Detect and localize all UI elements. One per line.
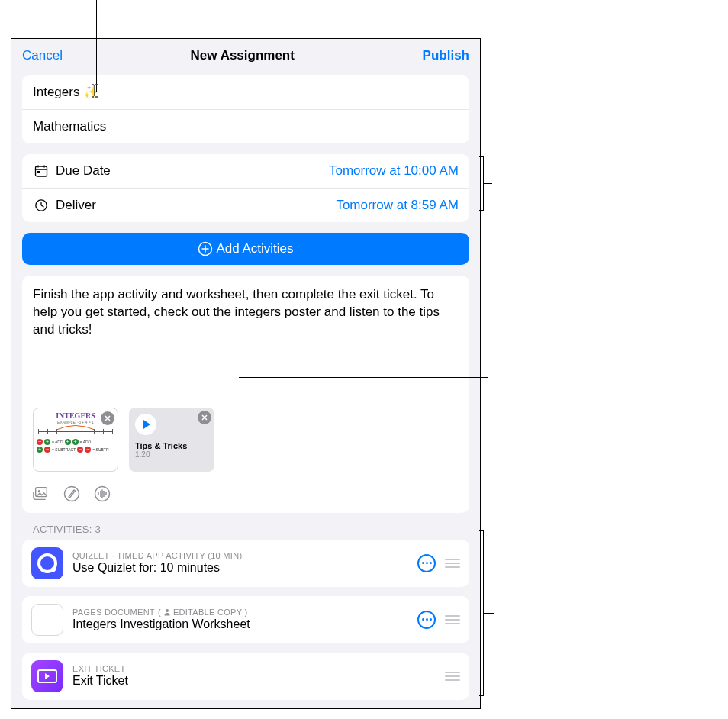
plus-circle-icon bbox=[198, 241, 213, 256]
assignment-title-field[interactable]: Integers ✨ bbox=[22, 75, 469, 110]
remove-attachment-button[interactable] bbox=[101, 411, 114, 425]
insert-audio-button[interactable] bbox=[94, 485, 111, 502]
publish-button[interactable]: Publish bbox=[423, 48, 469, 63]
due-date-value: Tomorrow at 10:00 AM bbox=[329, 163, 459, 179]
cancel-button[interactable]: Cancel bbox=[22, 48, 63, 63]
svg-point-24 bbox=[166, 609, 169, 612]
attachment-poster[interactable]: INTEGERS EXAMPLE: -3 + 4 = 1 −+= ADD ++=… bbox=[33, 408, 118, 472]
callout-line bbox=[483, 183, 492, 184]
deliver-label: Deliver bbox=[56, 198, 336, 213]
activity-meta: QUIZLET · TIMED APP ACTIVITY (10 MIN) bbox=[72, 551, 408, 560]
svg-rect-4 bbox=[37, 171, 40, 173]
activity-more-button[interactable] bbox=[417, 554, 436, 572]
callout-line bbox=[96, 0, 97, 92]
activity-title: Use Quizlet for: 10 minutes bbox=[72, 561, 408, 575]
callout-line bbox=[479, 695, 484, 696]
close-icon bbox=[104, 414, 111, 422]
svg-point-17 bbox=[65, 486, 79, 501]
image-stack-icon bbox=[33, 486, 50, 501]
play-icon bbox=[143, 420, 150, 429]
activity-title: Integers Investigation Worksheet bbox=[72, 617, 408, 631]
assignment-class-field[interactable]: Mathematics bbox=[22, 110, 469, 143]
deliver-row[interactable]: Deliver Tomorrow at 8:59 AM bbox=[22, 189, 469, 222]
editable-copy-badge: ( EDITABLE COPY) bbox=[158, 608, 247, 617]
callout-line bbox=[483, 613, 494, 614]
activities-header: ACTIVITIES: 3 bbox=[33, 524, 459, 535]
activity-title: Exit Ticket bbox=[72, 674, 436, 688]
activity-item-pages[interactable]: PAGES DOCUMENT ( EDITABLE COPY) Integers… bbox=[22, 596, 469, 643]
exit-ticket-icon bbox=[31, 660, 63, 692]
activity-meta: EXIT TICKET bbox=[72, 664, 436, 673]
audio-duration: 1:20 bbox=[135, 450, 208, 459]
assignment-class-value: Mathematics bbox=[33, 119, 106, 134]
svg-point-16 bbox=[38, 490, 40, 492]
remove-attachment-button[interactable] bbox=[198, 411, 211, 424]
svg-rect-0 bbox=[36, 166, 47, 176]
calendar-icon bbox=[33, 164, 50, 178]
callout-line bbox=[479, 210, 484, 211]
deliver-value: Tomorrow at 8:59 AM bbox=[336, 198, 459, 213]
activity-item-quizlet[interactable]: QUIZLET · TIMED APP ACTIVITY (10 MIN) Us… bbox=[22, 540, 469, 587]
pages-document-icon bbox=[31, 604, 63, 636]
clock-icon bbox=[33, 198, 50, 212]
callout-line bbox=[239, 377, 488, 378]
drag-handle[interactable] bbox=[445, 615, 460, 624]
insert-image-button[interactable] bbox=[33, 485, 50, 502]
svg-line-7 bbox=[41, 205, 44, 207]
due-date-row[interactable]: Due Date Tomorrow at 10:00 AM bbox=[22, 154, 469, 189]
person-icon bbox=[163, 608, 171, 616]
play-button[interactable] bbox=[135, 414, 156, 435]
due-date-label: Due Date bbox=[56, 163, 329, 179]
markup-icon bbox=[63, 485, 80, 502]
activity-more-button[interactable] bbox=[417, 611, 436, 629]
quizlet-app-icon bbox=[31, 547, 63, 579]
add-activities-button[interactable]: Add Activities bbox=[22, 233, 469, 265]
activity-item-exit-ticket[interactable]: EXIT TICKET Exit Ticket bbox=[22, 653, 469, 700]
assignment-title-value: Integers ✨ bbox=[33, 84, 99, 100]
insert-drawing-button[interactable] bbox=[63, 485, 80, 502]
activity-meta: PAGES DOCUMENT bbox=[72, 608, 155, 617]
add-activities-label: Add Activities bbox=[216, 241, 293, 256]
page-title: New Assignment bbox=[191, 48, 295, 63]
description-text[interactable]: Finish the app activity and worksheet, t… bbox=[33, 286, 459, 339]
audio-waveform-icon bbox=[94, 485, 111, 502]
attachment-audio[interactable]: Tips & Tricks 1:20 bbox=[129, 408, 214, 472]
drag-handle[interactable] bbox=[445, 559, 460, 568]
close-icon bbox=[201, 414, 208, 421]
audio-title: Tips & Tricks bbox=[135, 441, 208, 450]
drag-handle[interactable] bbox=[445, 672, 460, 681]
